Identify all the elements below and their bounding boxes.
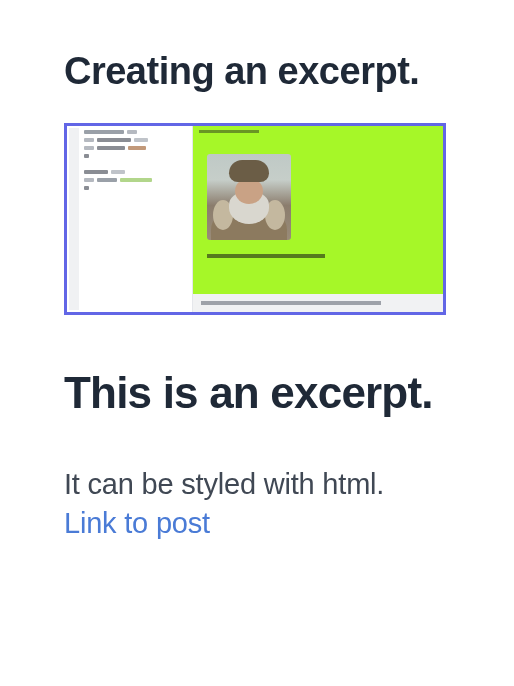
thumbnail-content <box>193 136 443 294</box>
excerpt-link[interactable]: Link to post <box>64 507 210 539</box>
excerpt-body-text: It can be styled with html. <box>64 468 384 500</box>
code-gutter <box>69 128 79 310</box>
featured-thumbnail[interactable] <box>64 123 446 315</box>
thumbnail-site-header <box>193 126 443 136</box>
post-title: Creating an excerpt. <box>64 50 454 93</box>
thumbnail-footer-text <box>201 301 381 305</box>
thumbnail-site-footer <box>193 294 443 312</box>
excerpt-paragraph: It can be styled with html. Link to post <box>64 462 454 540</box>
excerpt-heading: This is an excerpt. <box>64 363 454 422</box>
thumbnail-caption <box>207 254 325 258</box>
thumbnail-preview-pane <box>193 126 443 312</box>
code-lines <box>84 130 189 191</box>
thumbnail-header-text <box>199 130 259 133</box>
thumbnail-code-pane <box>67 126 193 312</box>
thumbnail-photo <box>207 154 291 240</box>
thumbnail-inner <box>67 126 443 312</box>
